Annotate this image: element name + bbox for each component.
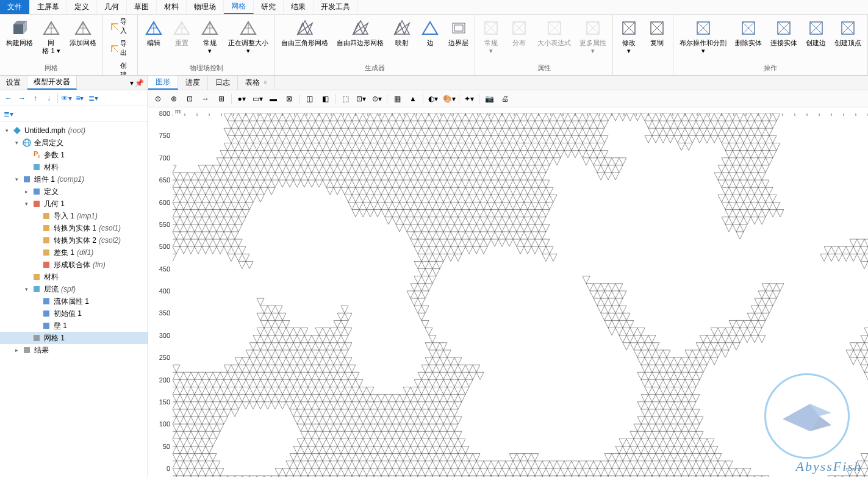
close-icon[interactable]: × [264, 79, 267, 86]
ribbon-构建网格[interactable]: 构建网格 [2, 16, 37, 49]
gfxtool-icon[interactable]: ↔ [198, 91, 213, 106]
gfxtool-icon[interactable]: ◧ [318, 91, 332, 106]
ytick: 550 [159, 221, 170, 228]
ribbon-编辑[interactable]: 编辑 [140, 16, 167, 49]
gfxtool-icon[interactable]: ●▾ [234, 91, 249, 106]
tree-形成联合体[interactable]: 形成联合体(fin) [0, 259, 148, 271]
svg-line-13 [112, 46, 118, 52]
gfxtool-icon[interactable]: ⊕ [167, 91, 181, 106]
gfxtool-icon[interactable]: 📷 [482, 91, 497, 106]
ytick: 150 [159, 398, 170, 406]
tree-层流[interactable]: ▾层流(spf) [0, 283, 148, 295]
ytick: 0 [167, 465, 170, 472]
gfxtool-icon[interactable]: 🎨▾ [442, 91, 456, 106]
sidebar-toolbar2: ≣▾ [0, 106, 148, 122]
gfxtool-icon[interactable]: ⊡▾ [354, 91, 368, 106]
tree-壁 1[interactable]: 壁 1 [0, 320, 148, 332]
ribbon-自由三角形网格[interactable]: 自由三角形网格 [278, 16, 332, 49]
menu-定义[interactable]: 定义 [67, 0, 97, 14]
tree-差集 1[interactable]: 差集 1(dif1) [0, 246, 148, 259]
gfxtool-icon[interactable]: ✦▾ [462, 91, 476, 106]
ribbon-边[interactable]: 边 [417, 16, 443, 49]
nav-fwd-icon[interactable]: → [16, 92, 28, 104]
tree-结果[interactable]: ▸结果 [0, 344, 148, 356]
tree-root[interactable]: ▾Untitled.mph(root) [0, 124, 148, 137]
menu-网格[interactable]: 网格 [224, 0, 254, 14]
ribbon-导入[interactable]: 导入 [106, 16, 135, 37]
menu-主屏幕[interactable]: 主屏幕 [30, 0, 67, 14]
menu-文件[interactable]: 文件 [0, 0, 30, 14]
svg-rect-84 [43, 262, 49, 268]
ribbon-添加网格[interactable]: 添加网格 [66, 16, 100, 49]
menu-几何[interactable]: 几何 [97, 0, 127, 14]
ribbon-创建边[interactable]: 创建边 [802, 16, 830, 49]
ribbon-连接实体[interactable]: 连接实体 [767, 16, 801, 49]
gfxtool-icon[interactable]: ⊠ [282, 91, 296, 106]
ribbon-边界层[interactable]: 边界层 [445, 16, 472, 49]
menu-草图[interactable]: 草图 [127, 0, 157, 14]
main-tabs: 图形进度日志表格× [148, 76, 868, 90]
ribbon-正在调整大小[interactable]: 正在调整大小 ▾ [224, 16, 272, 57]
sidetab-设置[interactable]: 设置 [0, 76, 27, 90]
nav-down-icon[interactable]: ↓ [43, 92, 55, 104]
gfxtool-icon[interactable]: ▬ [266, 91, 281, 106]
sidetab-模型开发器[interactable]: 模型开发器 [27, 76, 77, 90]
gfxtool-icon[interactable]: ⊙ [151, 91, 165, 106]
ribbon-常规[interactable]: 常规 ▾ [196, 16, 223, 57]
list2-icon[interactable]: ≣▾ [87, 92, 99, 104]
content-area: 设置模型开发器▾ 📌 ← → ↑ ↓ 👁▾ ≡▾ ≣▾ ≣▾ ▾Untitled… [0, 76, 868, 477]
svg-line-10 [112, 24, 118, 30]
ribbon-网格1[interactable]: 网 格 1 ▾ [38, 16, 65, 57]
ribbon-自由四边形网格[interactable]: 自由四边形网格 [333, 16, 387, 49]
gfxtool-icon[interactable]: ▲ [406, 91, 420, 106]
gfxtool-icon[interactable]: ▦ [390, 91, 404, 106]
gfxtool-icon[interactable]: ⬚ [338, 91, 353, 106]
gfxtool-icon[interactable]: ◐▾ [426, 91, 440, 106]
gfxtool-icon[interactable]: ⊡ [182, 91, 197, 106]
maintab-表格[interactable]: 表格× [238, 76, 275, 90]
ribbon-布尔操作和分割[interactable]: 布尔操作和分割 ▾ [676, 16, 730, 57]
tree-全局定义[interactable]: ▾全局定义 [0, 137, 148, 149]
graphics-canvas[interactable]: m 80075070065060055050045040035030025020… [148, 107, 868, 477]
tree-定义[interactable]: ▸定义 [0, 185, 148, 198]
tree-流体属性 1[interactable]: 流体属性 1 [0, 295, 148, 307]
tree-初始值 1[interactable]: 初始值 1 [0, 307, 148, 320]
maintab-日志[interactable]: 日志 [208, 76, 238, 90]
menu-研究[interactable]: 研究 [254, 0, 284, 14]
sidebar: 设置模型开发器▾ 📌 ← → ↑ ↓ 👁▾ ≡▾ ≣▾ ≣▾ ▾Untitled… [0, 76, 148, 477]
menu-开发工具[interactable]: 开发工具 [314, 0, 358, 14]
ytick: 650 [159, 176, 170, 184]
show-icon[interactable]: 👁▾ [60, 92, 73, 104]
ribbon-复制[interactable]: 复制 [644, 16, 670, 49]
mesh-viewport[interactable] [173, 113, 868, 477]
ribbon-创建顶点[interactable]: 创建顶点 [831, 16, 865, 49]
tree-参数 1[interactable]: Pi参数 1 [0, 149, 148, 161]
gfxtool-icon[interactable]: ▭▾ [250, 91, 265, 106]
menu-材料[interactable]: 材料 [157, 0, 187, 14]
maintab-图形[interactable]: 图形 [148, 76, 178, 90]
tree-几何 1[interactable]: ▾几何 1 [0, 198, 148, 210]
expand-icon[interactable]: ≣▾ [2, 108, 15, 120]
tree-转换为实体 1[interactable]: 转换为实体 1(csol1) [0, 222, 148, 234]
maintab-进度[interactable]: 进度 [178, 76, 208, 90]
nav-up-icon[interactable]: ↑ [29, 92, 41, 104]
ribbon-导出[interactable]: 导出 [106, 38, 135, 59]
ribbon-修改[interactable]: 修改 ▾ [615, 16, 642, 57]
gfxtool-icon[interactable]: 🖨 [498, 91, 512, 106]
ribbon-删除实体[interactable]: 删除实体 [731, 16, 766, 49]
gfxtool-icon[interactable]: ◫ [302, 91, 317, 106]
menu-结果[interactable]: 结果 [284, 0, 314, 14]
tree-转换为实体 2[interactable]: 转换为实体 2(csol2) [0, 234, 148, 246]
list1-icon[interactable]: ≡▾ [74, 92, 86, 104]
nav-back-icon[interactable]: ← [2, 92, 15, 104]
menu-物理场[interactable]: 物理场 [187, 0, 224, 14]
tree-组件 1[interactable]: ▾组件 1(comp1) [0, 173, 148, 185]
tree-网格 1[interactable]: 网格 1 [0, 332, 148, 344]
sidebar-pin[interactable]: ▾ 📌 [126, 79, 148, 87]
ribbon-映射[interactable]: 映射 [389, 16, 415, 49]
tree-材料[interactable]: 材料 [0, 271, 148, 283]
gfxtool-icon[interactable]: ⊞ [214, 91, 229, 106]
gfxtool-icon[interactable]: ⊙▾ [370, 91, 384, 106]
tree-导入 1[interactable]: 导入 1(imp1) [0, 210, 148, 222]
tree-材料[interactable]: 材料 [0, 161, 148, 173]
